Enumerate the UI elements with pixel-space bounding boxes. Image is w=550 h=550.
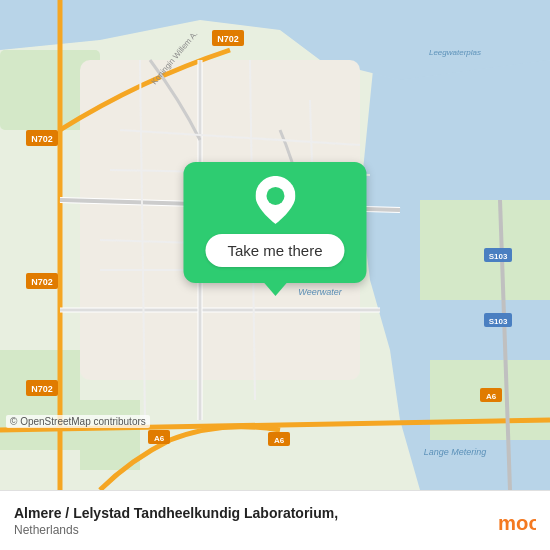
svg-text:A6: A6 (274, 436, 285, 445)
svg-text:S103: S103 (489, 317, 508, 326)
location-country: Netherlands (14, 523, 338, 537)
svg-text:Weerwater: Weerwater (298, 287, 342, 297)
svg-text:N702: N702 (31, 384, 53, 394)
svg-text:A6: A6 (486, 392, 497, 401)
location-info: Almere / Lelystad Tandheelkundig Laborat… (14, 504, 338, 536)
moovit-logo-svg: moovit (498, 507, 536, 535)
map-container: N702 N702 N702 N702 A6 A6 A6 S103 S103 W… (0, 0, 550, 490)
map-tooltip: Take me there (183, 162, 366, 296)
svg-text:N702: N702 (31, 134, 53, 144)
svg-point-30 (266, 187, 284, 205)
take-me-there-button[interactable]: Take me there (205, 234, 344, 267)
bottom-bar: Almere / Lelystad Tandheelkundig Laborat… (0, 490, 550, 550)
svg-text:A6: A6 (154, 434, 165, 443)
location-name: Almere / Lelystad Tandheelkundig Laborat… (14, 504, 338, 522)
svg-rect-5 (0, 350, 80, 450)
svg-text:moovit: moovit (498, 511, 536, 533)
svg-text:Lange Metering: Lange Metering (424, 447, 487, 457)
location-pin-icon (255, 176, 295, 224)
svg-rect-6 (80, 400, 140, 470)
svg-text:S103: S103 (489, 252, 508, 261)
tooltip-box: Take me there (183, 162, 366, 283)
svg-text:Leegwaterplas: Leegwaterplas (429, 48, 481, 57)
svg-text:N702: N702 (31, 277, 53, 287)
copyright-text: © OpenStreetMap contributors (6, 415, 150, 428)
moovit-logo: moovit (498, 507, 536, 535)
svg-text:N702: N702 (217, 34, 239, 44)
